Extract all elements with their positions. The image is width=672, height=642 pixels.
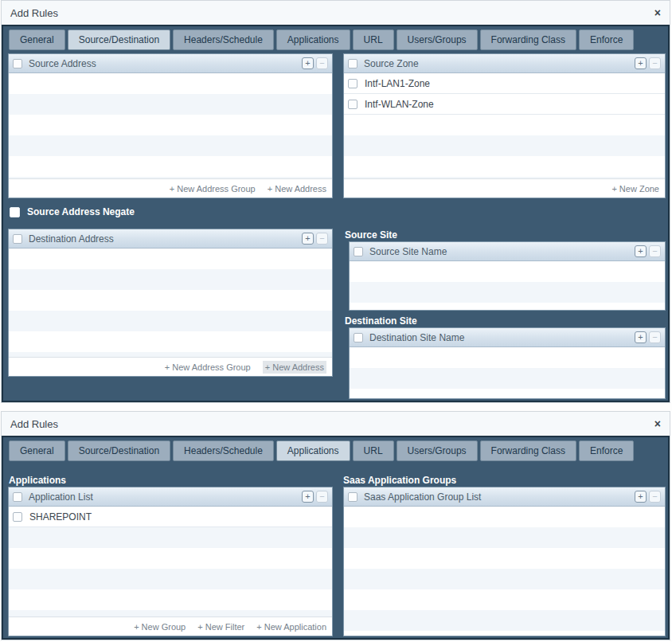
source-zone-select-all-checkbox[interactable] — [348, 59, 357, 69]
application-list-panel: Application List + − SHAREPOINT + New Gr… — [8, 487, 333, 636]
source-zone-remove-icon[interactable]: − — [649, 57, 661, 69]
destination-address-header: Destination Address + − — [9, 229, 332, 249]
zone-wlan-label: Intf-WLAN-Zone — [365, 99, 434, 110]
application-row-sharepoint[interactable]: SHAREPOINT — [9, 507, 332, 527]
tab-enforce[interactable]: Enforce — [579, 440, 634, 461]
destination-address-header-label: Destination Address — [29, 233, 114, 245]
tab-source-destination[interactable]: Source/Destination — [68, 440, 170, 461]
title-bar: Add Rules × — [2, 1, 670, 25]
dialog-content: General Source/Destination Headers/Sched… — [2, 25, 670, 402]
saas-application-group-list — [344, 507, 665, 636]
source-address-panel: Source Address + − + New Address Group +… — [8, 53, 333, 198]
saas-application-group-list-panel: Saas Application Group List + − — [343, 487, 666, 636]
new-filter-link[interactable]: + New Filter — [197, 622, 244, 632]
saas-application-group-list-header-label: Saas Application Group List — [364, 491, 481, 503]
zone-lan1-label: Intf-LAN1-Zone — [365, 78, 430, 89]
destination-address-panel: Destination Address + − + New Address Gr… — [8, 229, 333, 377]
tab-users-groups[interactable]: Users/Groups — [397, 440, 478, 461]
application-list-select-all-checkbox[interactable] — [13, 492, 22, 502]
destination-site-list — [350, 347, 665, 398]
source-site-header-label: Source Site Name — [369, 246, 447, 257]
source-zone-add-icon[interactable]: + — [635, 57, 647, 69]
new-address-link[interactable]: + New Address — [268, 184, 326, 194]
dialog-title: Add Rules — [10, 7, 58, 19]
destination-site-section-label: Destination Site — [345, 315, 417, 327]
source-site-list — [350, 261, 665, 310]
zone-lan1-checkbox[interactable] — [348, 79, 357, 88]
tab-headers-schedule[interactable]: Headers/Schedule — [173, 440, 274, 461]
destination-site-select-all-checkbox[interactable] — [354, 333, 363, 343]
destination-site-panel: Destination Site Name + − — [349, 327, 666, 399]
tab-bar: General Source/Destination Headers/Sched… — [3, 26, 668, 50]
add-rules-dialog-applications: Add Rules × General Source/Destination H… — [1, 411, 670, 640]
application-list-header: Application List + − — [9, 487, 332, 507]
source-site-header: Source Site Name + − — [350, 242, 665, 261]
tab-source-destination[interactable]: Source/Destination — [68, 29, 170, 50]
sharepoint-label: SHAREPOINT — [29, 511, 92, 523]
new-address-group-link[interactable]: + New Address Group — [165, 362, 251, 372]
saas-group-select-all-checkbox[interactable] — [348, 492, 357, 502]
tab-url[interactable]: URL — [353, 29, 394, 50]
source-zone-row-intf-lan1[interactable]: Intf-LAN1-Zone — [344, 73, 665, 94]
source-address-negate-checkbox[interactable] — [10, 207, 20, 217]
source-address-negate: Source Address Negate — [10, 206, 135, 217]
source-zone-footer: + New Zone — [344, 178, 665, 198]
tab-applications[interactable]: Applications — [276, 440, 350, 461]
source-site-remove-icon[interactable]: − — [649, 245, 661, 257]
destination-site-add-icon[interactable]: + — [635, 331, 647, 343]
source-address-remove-icon[interactable]: − — [316, 57, 328, 69]
new-group-link[interactable]: + New Group — [134, 622, 186, 632]
new-address-link[interactable]: + New Address — [263, 361, 326, 374]
saas-group-remove-icon[interactable]: − — [649, 491, 661, 503]
close-icon[interactable]: × — [654, 418, 661, 429]
tab-users-groups[interactable]: Users/Groups — [397, 29, 478, 50]
source-address-header-label: Source Address — [29, 58, 96, 69]
tab-headers-schedule[interactable]: Headers/Schedule — [173, 29, 274, 50]
sharepoint-checkbox[interactable] — [13, 512, 22, 522]
tab-bar: General Source/Destination Headers/Sched… — [3, 437, 668, 461]
tab-general[interactable]: General — [9, 29, 65, 50]
tab-general[interactable]: General — [9, 440, 65, 461]
source-site-section-label: Source Site — [345, 229, 397, 241]
destination-address-remove-icon[interactable]: − — [316, 233, 328, 245]
add-rules-dialog-source-destination: Add Rules × General Source/Destination H… — [1, 0, 670, 403]
close-icon[interactable]: × — [654, 7, 661, 18]
new-zone-link[interactable]: + New Zone — [611, 184, 659, 194]
source-zone-panel: Source Zone + − Intf-LAN1-Zone Intf-WLAN… — [343, 53, 666, 198]
saas-group-add-icon[interactable]: + — [635, 491, 647, 503]
saas-application-groups-section-label: Saas Application Groups — [343, 475, 456, 486]
source-address-select-all-checkbox[interactable] — [13, 59, 22, 69]
title-bar: Add Rules × — [2, 412, 670, 436]
destination-address-list — [9, 249, 332, 357]
application-list-footer: + New Group + New Filter + New Applicati… — [9, 617, 332, 636]
new-address-group-link[interactable]: + New Address Group — [170, 184, 256, 194]
tab-applications[interactable]: Applications — [276, 29, 350, 50]
source-zone-header-label: Source Zone — [364, 58, 419, 69]
tab-enforce[interactable]: Enforce — [579, 29, 634, 50]
tab-forwarding-class[interactable]: Forwarding Class — [480, 29, 576, 50]
source-address-list — [9, 73, 332, 178]
source-address-negate-label: Source Address Negate — [27, 206, 135, 217]
source-site-select-all-checkbox[interactable] — [354, 247, 363, 256]
tab-url[interactable]: URL — [353, 440, 394, 461]
tab-forwarding-class[interactable]: Forwarding Class — [480, 440, 576, 461]
zone-wlan-checkbox[interactable] — [348, 100, 357, 109]
new-application-link[interactable]: + New Application — [256, 622, 326, 632]
source-site-add-icon[interactable]: + — [635, 245, 647, 257]
destination-address-footer: + New Address Group + New Address — [9, 357, 332, 376]
destination-site-header-label: Destination Site Name — [369, 332, 464, 343]
source-zone-header: Source Zone + − — [344, 54, 665, 73]
destination-address-select-all-checkbox[interactable] — [13, 234, 22, 244]
dialog-title: Add Rules — [10, 418, 58, 430]
source-address-footer: + New Address Group + New Address — [9, 178, 332, 198]
source-zone-row-intf-wlan[interactable]: Intf-WLAN-Zone — [344, 94, 665, 115]
applications-section-label: Applications — [9, 475, 66, 486]
source-address-header: Source Address + − — [9, 54, 332, 73]
destination-site-remove-icon[interactable]: − — [649, 331, 661, 343]
saas-application-group-list-header: Saas Application Group List + − — [344, 487, 665, 507]
source-address-add-icon[interactable]: + — [302, 57, 314, 69]
application-remove-icon[interactable]: − — [316, 491, 328, 503]
destination-address-add-icon[interactable]: + — [302, 233, 314, 245]
source-site-panel: Source Site Name + − — [349, 241, 666, 311]
application-add-icon[interactable]: + — [302, 491, 314, 503]
